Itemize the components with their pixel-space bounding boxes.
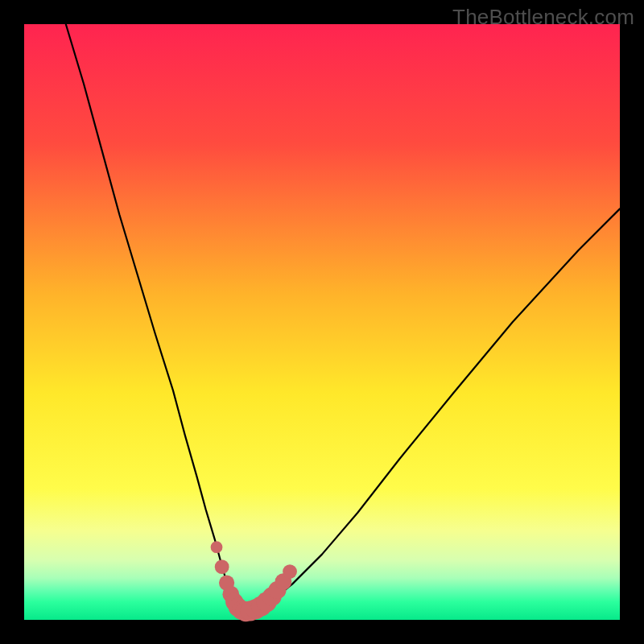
bottleneck-curve [66,24,620,611]
curve-marker [215,559,229,574]
outer-frame: TheBottleneck.com [0,0,644,644]
watermark-text: TheBottleneck.com [452,5,634,30]
curve-marker [211,541,223,553]
chart-svg [24,24,620,620]
curve-markers [211,541,297,621]
plot-area [24,24,620,620]
curve-marker [283,564,297,579]
